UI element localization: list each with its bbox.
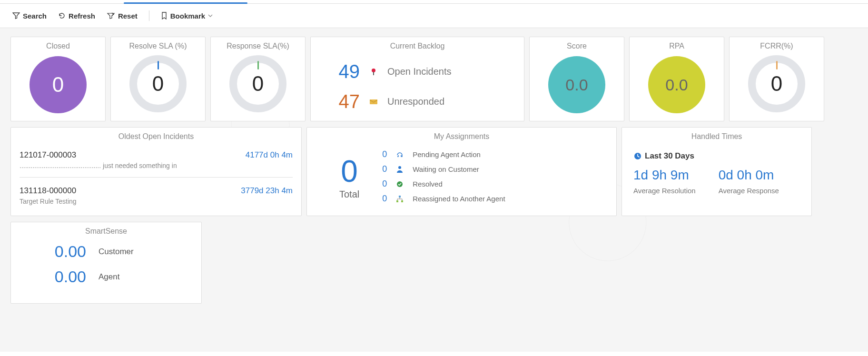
incident-item[interactable]: 131118-000000 3779d 23h 4m Target Rule T…	[15, 180, 297, 210]
kpi-row: Closed 0 Resolve SLA (%) 0 Response SLA(…	[10, 37, 858, 121]
row-label: Waiting on Customer	[413, 165, 479, 173]
incident-age: 3779d 23h 4m	[241, 186, 293, 196]
score-circle: 0.0	[548, 56, 605, 113]
smartsense-customer-value: 0.00	[43, 242, 86, 261]
row-count: 0	[378, 164, 387, 174]
filter-icon	[12, 12, 20, 20]
gauge-tick-icon	[158, 61, 159, 69]
middle-row: Oldest Open Incidents 121017-000003 4177…	[10, 127, 858, 216]
card-score[interactable]: Score 0.0	[529, 37, 624, 121]
card-oldest-open-incidents[interactable]: Oldest Open Incidents 121017-000003 4177…	[10, 127, 302, 216]
resolve-gauge: 0	[129, 55, 187, 112]
svg-rect-6	[396, 200, 398, 202]
card-smartsense[interactable]: SmartSense 0.00 Customer 0.00 Agent	[10, 222, 202, 304]
incident-id: 131118-000000	[20, 186, 76, 196]
reset-label: Reset	[118, 12, 138, 20]
dashboard-canvas: Closed 0 Resolve SLA (%) 0 Response SLA(…	[0, 28, 868, 352]
assignments-total-label: Total	[339, 189, 359, 200]
headset-icon	[395, 151, 405, 158]
card-title: SmartSense	[15, 227, 197, 236]
avg-resolution-label: Average Resolution	[633, 187, 696, 195]
person-icon	[395, 166, 405, 173]
bookmark-label: Bookmark	[170, 12, 205, 20]
toolbar: Search Refresh Reset Bookmark	[0, 4, 868, 28]
row-count: 0	[378, 179, 387, 189]
backlog-open-label: Open Incidents	[387, 66, 452, 77]
smartsense-agent-label: Agent	[99, 272, 119, 282]
avg-resolution-value: 1d 9h 9m	[633, 168, 696, 183]
divider	[20, 177, 293, 178]
card-closed[interactable]: Closed 0	[10, 37, 106, 121]
bookmark-icon	[161, 12, 168, 20]
assignments-total-value: 0	[339, 154, 359, 189]
card-title: My Assignments	[311, 132, 612, 141]
card-title: Response SLA(%)	[215, 42, 301, 50]
card-handled-times[interactable]: Handled Times Last 30 Days 1d 9h 9m Aver…	[621, 127, 812, 216]
rpa-circle: 0.0	[648, 56, 705, 113]
row-label: Reassigned to Another Agent	[413, 195, 505, 203]
incident-description: Target Rule Testing	[20, 198, 293, 205]
svg-rect-5	[399, 196, 401, 198]
card-current-backlog[interactable]: Current Backlog 49 Open Incidents 47 Unr…	[310, 37, 524, 121]
card-title: Score	[533, 42, 620, 50]
handled-range: Last 30 Days	[645, 151, 694, 161]
check-circle-icon	[395, 180, 405, 188]
assignment-row-reassigned: 0 Reassigned to Another Agent	[378, 194, 505, 204]
fcrr-gauge: 0	[748, 55, 805, 112]
incident-description: ........................................…	[20, 162, 293, 169]
assignment-row-pending: 0 Pending Agent Action	[378, 149, 505, 159]
reset-icon	[107, 12, 115, 20]
refresh-button[interactable]: Refresh	[58, 12, 95, 20]
card-my-assignments[interactable]: My Assignments 0 Total 0 Pending Agent A…	[306, 127, 617, 216]
search-button[interactable]: Search	[12, 12, 47, 20]
assignment-row-waiting: 0 Waiting on Customer	[378, 164, 505, 174]
incident-age: 4177d 0h 4m	[246, 150, 293, 160]
reset-button[interactable]: Reset	[107, 12, 138, 20]
row-label: Pending Agent Action	[413, 150, 481, 158]
resolve-value: 0	[152, 72, 164, 96]
avg-response: 0d 0h 0m Average Response	[719, 168, 779, 195]
smartsense-agent-value: 0.00	[43, 267, 86, 286]
bookmark-button[interactable]: Bookmark	[161, 12, 213, 20]
card-title: RPA	[633, 42, 720, 50]
rpa-value: 0.0	[665, 76, 688, 94]
card-title: Resolve SLA (%)	[115, 42, 201, 50]
card-title: FCRR(%)	[733, 42, 820, 50]
card-resolve-sla[interactable]: Resolve SLA (%) 0	[110, 37, 206, 121]
clock-icon	[633, 152, 642, 160]
backlog-open-row: 49 Open Incidents	[329, 61, 515, 82]
chevron-down-icon	[208, 13, 213, 18]
svg-rect-1	[373, 72, 374, 75]
backlog-open-count: 49	[329, 61, 360, 82]
card-fcrr[interactable]: FCRR(%) 0	[729, 37, 824, 121]
incident-id: 121017-000003	[20, 150, 76, 160]
backlog-unresponded-count: 47	[329, 91, 360, 112]
refresh-icon	[58, 12, 66, 20]
smartsense-agent-row: 0.00 Agent	[43, 267, 188, 286]
hierarchy-icon	[395, 195, 405, 203]
card-title: Oldest Open Incidents	[15, 132, 297, 141]
avg-response-label: Average Response	[719, 187, 779, 195]
score-value: 0.0	[565, 76, 588, 94]
gauge-tick-icon	[257, 61, 259, 69]
smartsense-customer-label: Customer	[99, 247, 134, 257]
row-count: 0	[378, 194, 387, 204]
fcrr-value: 0	[771, 72, 782, 96]
card-rpa[interactable]: RPA 0.0	[629, 37, 724, 121]
closed-circle: 0	[30, 56, 87, 113]
gauge-tick-icon	[776, 61, 778, 69]
refresh-label: Refresh	[69, 12, 95, 20]
svg-rect-7	[401, 200, 403, 202]
response-gauge: 0	[229, 55, 286, 112]
incident-item[interactable]: 121017-000003 4177d 0h 4m ..............…	[15, 145, 297, 174]
assignment-row-resolved: 0 Resolved	[378, 179, 505, 189]
row-label: Resolved	[413, 180, 443, 188]
bottom-row: SmartSense 0.00 Customer 0.00 Agent	[10, 222, 858, 304]
backlog-unresponded-label: Unresponded	[387, 96, 444, 107]
card-title: Current Backlog	[315, 42, 520, 50]
card-response-sla[interactable]: Response SLA(%) 0	[210, 37, 306, 121]
toolbar-divider	[149, 10, 149, 21]
search-label: Search	[23, 12, 47, 20]
backlog-unresponded-row: 47 Unresponded	[329, 91, 515, 112]
svg-point-0	[372, 69, 375, 72]
